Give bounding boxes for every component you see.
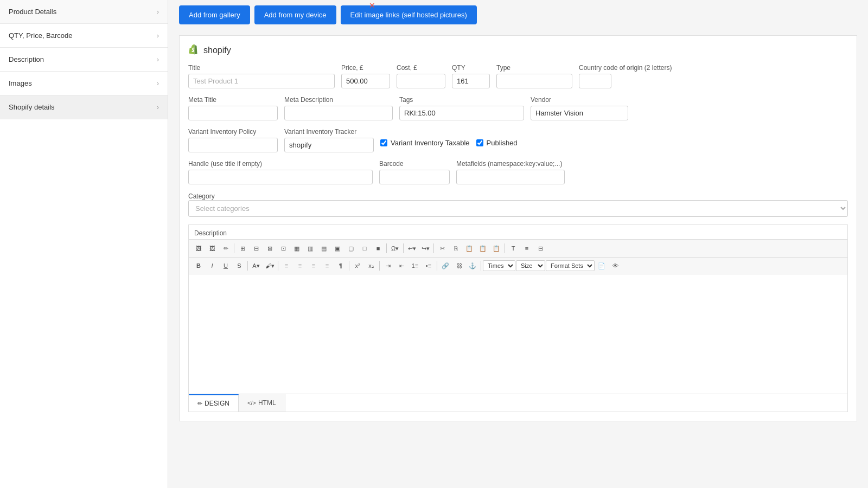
toolbar-table8-btn[interactable]: ▣ bbox=[331, 242, 344, 255]
toolbar-paste3-btn[interactable]: 📋 bbox=[490, 242, 503, 255]
toolbar-unlink-btn[interactable]: ⛓ bbox=[452, 259, 465, 272]
toolbar-strikethrough-btn[interactable]: S bbox=[233, 259, 246, 272]
toolbar-highlight-btn[interactable]: 🖌▾ bbox=[263, 259, 276, 272]
sidebar-item-description[interactable]: Description › bbox=[0, 48, 168, 72]
toolbar-copy-btn[interactable]: ⎘ bbox=[449, 242, 462, 255]
qty-input[interactable] bbox=[452, 74, 490, 88]
category-row: Category Select categories bbox=[188, 192, 848, 217]
published-checkbox[interactable] bbox=[476, 139, 483, 146]
tags-label: Tags bbox=[399, 96, 524, 104]
toolbar-paste2-btn[interactable]: 📋 bbox=[476, 242, 489, 255]
sidebar-item-qty-price-barcode[interactable]: QTY, Price, Barcode › bbox=[0, 24, 168, 48]
variant-inv-policy-group: Variant Inventory Policy bbox=[188, 128, 278, 152]
toolbar-sep3 bbox=[403, 243, 404, 253]
vendor-label: Vendor bbox=[531, 96, 628, 104]
toolbar-table6-btn[interactable]: ▥ bbox=[304, 242, 317, 255]
toolbar-align-left-btn[interactable]: ≡ bbox=[280, 259, 293, 272]
editor-tabs: ✏ DESIGN </> HTML bbox=[189, 394, 847, 412]
category-select[interactable]: Select categories bbox=[188, 200, 848, 217]
toolbar-sep5 bbox=[505, 243, 505, 253]
toolbar-misc3-btn[interactable]: ⊟ bbox=[534, 242, 547, 255]
toolbar-block-btn[interactable]: ¶ bbox=[334, 259, 347, 272]
toolbar-image-btn[interactable]: 🖼 bbox=[192, 242, 205, 255]
edit-image-links-button[interactable]: Edit image links (self hosted pictures) bbox=[341, 5, 477, 24]
toolbar-anchor-btn[interactable]: ⚓ bbox=[466, 259, 479, 272]
tags-group: Tags bbox=[399, 96, 524, 120]
toolbar-omega-btn[interactable]: Ω▾ bbox=[388, 242, 401, 255]
shopify-logo-icon bbox=[188, 44, 200, 56]
variant-inv-tracker-input[interactable] bbox=[284, 138, 374, 152]
toolbar-table3-btn[interactable]: ⊠ bbox=[263, 242, 276, 255]
close-icon[interactable]: ✕ bbox=[369, 1, 375, 10]
tab-html[interactable]: </> HTML bbox=[239, 394, 285, 412]
toolbar-size-select[interactable]: Size 16px bbox=[516, 260, 545, 271]
toolbar-outdent-btn[interactable]: ⇤ bbox=[395, 259, 408, 272]
toolbar-bold-btn[interactable]: B bbox=[192, 259, 205, 272]
toolbar-unordered-list-btn[interactable]: •≡ bbox=[422, 259, 435, 272]
toolbar-misc1-btn[interactable]: T bbox=[507, 242, 520, 255]
sidebar-item-images[interactable]: Images › bbox=[0, 72, 168, 95]
editor-toolbar-row1: 🖼 🖼 ✏ ⊞ ⊟ ⊠ ⊡ ▦ ▥ ▤ ▣ ▢ □ ■ Ω▾ ↩▾ ↪▾ bbox=[189, 239, 847, 258]
editor-area[interactable] bbox=[189, 274, 847, 394]
toolbar-paste-btn[interactable]: 📋 bbox=[463, 242, 476, 255]
toolbar-align-center-btn[interactable]: ≡ bbox=[293, 259, 307, 272]
toolbar-ordered-list-btn[interactable]: 1≡ bbox=[409, 259, 422, 272]
add-from-gallery-button[interactable]: Add from gallery bbox=[179, 5, 250, 24]
cost-input[interactable] bbox=[397, 74, 445, 88]
chevron-right-icon: › bbox=[157, 32, 159, 40]
toolbar-subscript-btn[interactable]: x₂ bbox=[365, 259, 378, 272]
toolbar-italic-btn[interactable]: I bbox=[206, 259, 219, 272]
country-input[interactable] bbox=[579, 74, 611, 88]
toolbar-font-select[interactable]: Times bbox=[483, 260, 515, 271]
variant-inv-taxable-group: Variant Inventory Taxable bbox=[380, 128, 470, 147]
barcode-input[interactable] bbox=[379, 170, 450, 184]
toolbar-table4-btn[interactable]: ⊡ bbox=[277, 242, 290, 255]
variant-inv-taxable-checkbox[interactable] bbox=[380, 139, 387, 146]
handle-input[interactable] bbox=[188, 170, 373, 184]
toolbar-source-btn[interactable]: 📄 bbox=[595, 259, 608, 272]
toolbar-table7-btn[interactable]: ▤ bbox=[317, 242, 330, 255]
toolbar-cut-btn[interactable]: ✂ bbox=[436, 242, 449, 255]
toolbar-table5-btn[interactable]: ▦ bbox=[290, 242, 303, 255]
toolbar-font-color-btn[interactable]: A▾ bbox=[250, 259, 263, 272]
tab-design[interactable]: ✏ DESIGN bbox=[189, 394, 239, 412]
title-label: Title bbox=[188, 64, 335, 72]
toolbar-table9-btn[interactable]: ▢ bbox=[344, 242, 358, 255]
toolbar-redo-btn[interactable]: ↪▾ bbox=[419, 242, 432, 255]
variant-inv-policy-input[interactable] bbox=[188, 138, 278, 152]
sidebar-item-product-details[interactable]: Product Details › bbox=[0, 0, 168, 24]
qty-label: QTY bbox=[452, 64, 490, 72]
toolbar-table11-btn[interactable]: ■ bbox=[372, 242, 385, 255]
toolbar-superscript-btn[interactable]: x² bbox=[351, 259, 364, 272]
toolbar-sep9 bbox=[379, 261, 380, 271]
toolbar-indent-btn[interactable]: ⇥ bbox=[381, 259, 394, 272]
price-input[interactable] bbox=[341, 74, 390, 88]
toolbar-align-justify-btn[interactable]: ≡ bbox=[321, 259, 334, 272]
shopify-logo: shopify bbox=[188, 44, 848, 56]
vendor-input[interactable] bbox=[531, 106, 628, 120]
title-input[interactable] bbox=[188, 74, 335, 88]
toolbar-underline-btn[interactable]: U bbox=[219, 259, 232, 272]
meta-desc-group: Meta Description bbox=[284, 96, 393, 120]
sidebar-item-shopify-details[interactable]: Shopify details › bbox=[0, 95, 168, 119]
toolbar-edit-btn[interactable]: ✏ bbox=[219, 242, 232, 255]
toolbar-preview-btn[interactable]: 👁 bbox=[609, 259, 622, 272]
toolbar-table10-btn[interactable]: □ bbox=[358, 242, 371, 255]
toolbar-misc2-btn[interactable]: ≡ bbox=[520, 242, 533, 255]
toolbar-table2-btn[interactable]: ⊟ bbox=[250, 242, 263, 255]
toolbar-image2-btn[interactable]: 🖼 bbox=[206, 242, 219, 255]
add-from-device-button[interactable]: Add from my device bbox=[254, 5, 336, 24]
toolbar-table-btn[interactable]: ⊞ bbox=[236, 242, 249, 255]
type-input[interactable] bbox=[496, 74, 572, 88]
meta-desc-input[interactable] bbox=[284, 106, 393, 120]
toolbar-undo-btn[interactable]: ↩▾ bbox=[405, 242, 418, 255]
description-editor: Description 🖼 🖼 ✏ ⊞ ⊟ ⊠ ⊡ ▦ ▥ ▤ ▣ ▢ □ ■ … bbox=[188, 224, 848, 412]
toolbar-align-right-btn[interactable]: ≡ bbox=[307, 259, 320, 272]
tags-input[interactable] bbox=[399, 106, 524, 120]
handle-group: Handle (use title if empty) bbox=[188, 160, 373, 184]
handle-label: Handle (use title if empty) bbox=[188, 160, 373, 168]
meta-title-input[interactable] bbox=[188, 106, 278, 120]
toolbar-link-btn[interactable]: 🔗 bbox=[439, 259, 452, 272]
metafields-input[interactable] bbox=[456, 170, 565, 184]
toolbar-format-select[interactable]: Format Sets bbox=[546, 260, 595, 271]
